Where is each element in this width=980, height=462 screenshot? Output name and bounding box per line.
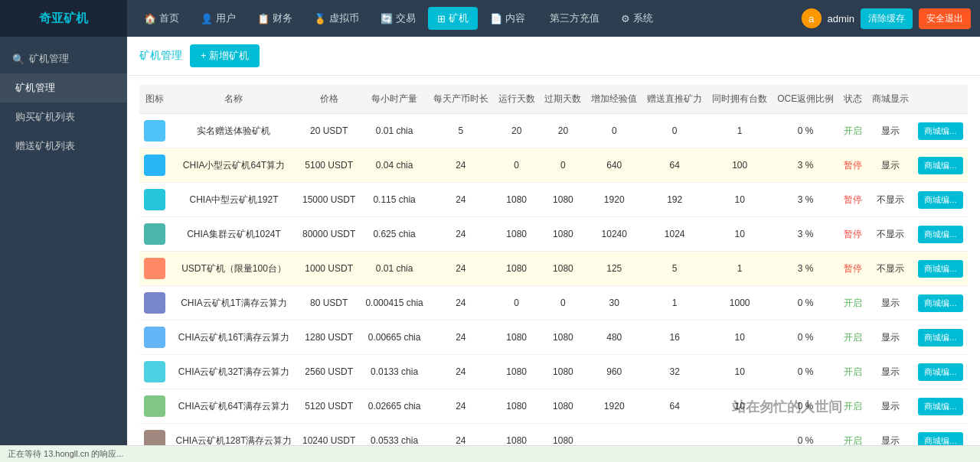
cell-oce: 0 % — [773, 114, 839, 148]
nav-item-首页[interactable]: 🏠首页 — [135, 7, 188, 30]
cell-name: CHIA云矿机16T满存云算力 — [170, 320, 297, 355]
cell-daily_hours: 24 — [428, 320, 493, 355]
cell-status: 开启 — [839, 114, 867, 148]
cell-expire_days: 1080 — [540, 183, 586, 217]
cell-price: 80 USDT — [298, 286, 361, 320]
cell-shop-btn[interactable]: 商城编... — [913, 355, 968, 389]
column-header: 每小时产量 — [361, 85, 428, 114]
miner-icon-cell — [139, 286, 170, 320]
cell-expire_days: 1080 — [540, 217, 586, 252]
cell-status: 开启 — [839, 286, 867, 320]
cell-exp: 30 — [586, 286, 642, 320]
cell-show: 显示 — [867, 355, 913, 389]
cell-exp: 1920 — [586, 389, 642, 424]
cell-shop-btn[interactable]: 商城编... — [913, 286, 968, 320]
shop-edit-button[interactable]: 商城编... — [918, 432, 962, 446]
toolbar: 矿机管理 + 新增矿机 — [127, 37, 980, 76]
shop-edit-button[interactable]: 商城编... — [918, 226, 962, 243]
cell-max_count: 1 — [707, 252, 773, 286]
sidebar-item[interactable]: 购买矿机列表 — [0, 102, 127, 132]
nav-item-系统[interactable]: ⚙系统 — [612, 7, 662, 30]
cell-show: 显示 — [867, 148, 913, 183]
cell-max_count: 10 — [707, 389, 773, 424]
shop-edit-button[interactable]: 商城编... — [918, 398, 962, 415]
cell-shop-btn[interactable]: 商城编... — [913, 114, 968, 148]
cell-shop-btn[interactable]: 商城编... — [913, 183, 968, 217]
cell-name: CHIA云矿机64T满存云算力 — [170, 389, 297, 424]
cell-oce: 3 % — [773, 252, 839, 286]
cell-daily_hours: 24 — [428, 148, 493, 183]
cell-shop-btn[interactable]: 商城编... — [913, 148, 968, 183]
cell-oce: 3 % — [773, 217, 839, 252]
nav-item-内容[interactable]: 📄内容 — [481, 7, 534, 30]
cell-shop-btn[interactable]: 商城编... — [913, 252, 968, 286]
cell-hourly: 0.115 chia — [361, 183, 428, 217]
shop-edit-button[interactable]: 商城编... — [918, 191, 962, 209]
cell-shop-btn[interactable]: 商城编... — [913, 389, 968, 424]
cell-exp: 125 — [586, 252, 642, 286]
cell-daily_hours: 24 — [428, 389, 493, 424]
add-miner-button[interactable]: + 新增矿机 — [190, 44, 260, 67]
logo: 奇亚矿机 — [0, 0, 127, 37]
sidebar-section-title: 🔍 矿机管理 — [0, 44, 127, 73]
shop-edit-button[interactable]: 商城编... — [918, 294, 962, 312]
shop-edit-button[interactable]: 商城编... — [918, 363, 962, 381]
miner-icon-cell — [139, 389, 170, 424]
logout-button[interactable]: 安全退出 — [919, 8, 971, 29]
nav-item-用户[interactable]: 👤用户 — [191, 7, 245, 30]
cell-exp: 0 — [586, 114, 642, 148]
cell-gift_power: 64 — [642, 148, 707, 183]
column-header: 价格 — [298, 85, 361, 114]
cell-daily_hours: 24 — [428, 217, 493, 252]
nav-item-矿机[interactable]: ⊞矿机 — [428, 7, 478, 30]
clear-cache-button[interactable]: 清除缓存 — [861, 8, 913, 29]
cell-run_days: 0 — [493, 286, 540, 320]
cell-daily_hours: 24 — [428, 252, 493, 286]
cell-gift_power: 5 — [642, 252, 707, 286]
cell-shop-btn[interactable]: 商城编... — [913, 320, 968, 355]
cell-shop-btn[interactable]: 商城编... — [913, 217, 968, 252]
cell-show: 不显示 — [867, 217, 913, 252]
cell-price: 80000 USDT — [298, 217, 361, 252]
column-header: 赠送直推矿力 — [642, 85, 707, 114]
cell-name: USDT矿机（限量100台） — [170, 252, 297, 286]
cell-exp: 640 — [586, 148, 642, 183]
table-wrapper[interactable]: 图标名称价格每小时产量每天产币时长运行天数过期天数增加经验值赠送直推矿力同时拥有… — [127, 76, 980, 445]
miner-icon-cell — [139, 355, 170, 389]
cell-name: CHIA中型云矿机192T — [170, 183, 297, 217]
miner-icon-cell — [139, 252, 170, 286]
nav-item-财务[interactable]: 📋财务 — [248, 7, 302, 30]
sidebar-item[interactable]: 矿机管理 — [0, 73, 127, 102]
cell-status: 暂停 — [839, 148, 867, 183]
cell-name: CHIA云矿机32T满存云算力 — [170, 355, 297, 389]
cell-status: 暂停 — [839, 252, 867, 286]
shop-edit-button[interactable]: 商城编... — [918, 329, 962, 346]
cell-name: CHIA小型云矿机64T算力 — [170, 148, 297, 183]
cell-shop-btn[interactable]: 商城编... — [913, 424, 968, 446]
cell-gift_power: 0 — [642, 114, 707, 148]
table-row: CHIA集群云矿机1024T80000 USDT0.625 chia241080… — [139, 217, 968, 252]
cell-exp: 960 — [586, 355, 642, 389]
cell-max_count: 10 — [707, 320, 773, 355]
sidebar-item[interactable]: 赠送矿机列表 — [0, 132, 127, 161]
cell-status: 开启 — [839, 389, 867, 424]
shop-edit-button[interactable]: 商城编... — [918, 122, 962, 140]
cell-run_days: 1080 — [493, 252, 540, 286]
nav-item-第三方充值[interactable]: 第三方充值 — [537, 7, 609, 30]
admin-avatar: a — [802, 8, 822, 28]
table-row: CHIA中型云矿机192T15000 USDT0.115 chia2410801… — [139, 183, 968, 217]
cell-hourly: 0.01 chia — [361, 114, 428, 148]
cell-run_days: 1080 — [493, 217, 540, 252]
cell-expire_days: 1080 — [540, 389, 586, 424]
miner-icon-cell — [139, 114, 170, 148]
nav-item-交易[interactable]: 🔄交易 — [371, 7, 425, 30]
table-row: CHIA小型云矿机64T算力5100 USDT0.04 chia24006406… — [139, 148, 968, 183]
table-row: 实名赠送体验矿机20 USDT0.01 chia520200010 %开启显示商… — [139, 114, 968, 148]
sidebar: 🔍 矿机管理 矿机管理购买矿机列表赠送矿机列表 — [0, 37, 127, 445]
table-row: CHIA云矿机16T满存云算力1280 USDT0.00665 chia2410… — [139, 320, 968, 355]
column-header: 同时拥有台数 — [707, 85, 773, 114]
shop-edit-button[interactable]: 商城编... — [918, 260, 962, 278]
shop-edit-button[interactable]: 商城编... — [918, 157, 962, 174]
main-layout: 🔍 矿机管理 矿机管理购买矿机列表赠送矿机列表 矿机管理 + 新增矿机 图标名称… — [0, 37, 980, 445]
nav-item-虚拟币[interactable]: 🏅虚拟币 — [305, 7, 368, 30]
